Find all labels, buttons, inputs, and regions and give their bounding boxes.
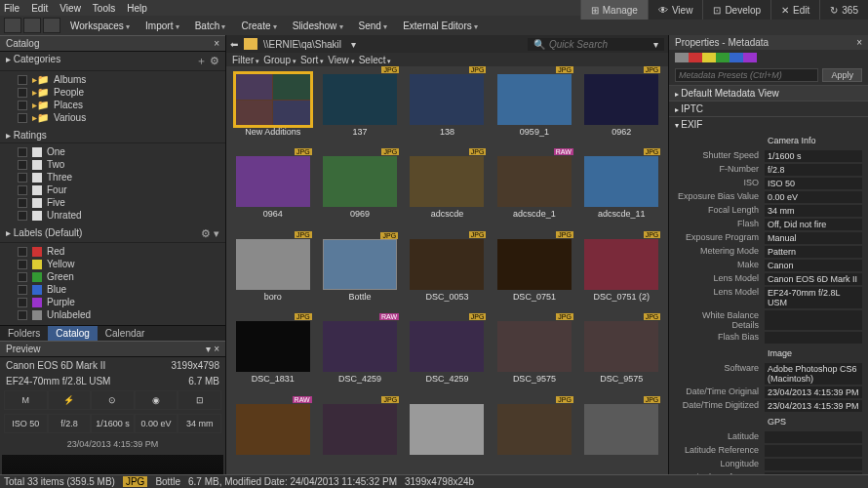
thumbnail[interactable]: RAWDSC_4259	[321, 321, 398, 393]
label-item[interactable]: Purple	[0, 296, 225, 308]
label-swatch[interactable]	[716, 53, 730, 62]
meta-value[interactable]	[765, 445, 862, 457]
back-icon[interactable]: ⬅	[230, 39, 238, 50]
meta-value[interactable]: EF24-70mm f/2.8L USM	[765, 287, 862, 308]
menu-edit[interactable]: Edit	[31, 3, 48, 14]
menu-file[interactable]: File	[4, 3, 20, 14]
thumbnail[interactable]: JPG0962	[583, 74, 660, 146]
meta-value[interactable]	[765, 459, 862, 470]
label-item[interactable]: Green	[0, 270, 225, 283]
metadata-preset-input[interactable]	[675, 68, 818, 82]
mode-view[interactable]: 👁View	[648, 0, 703, 20]
toolbar-create[interactable]: Create	[233, 19, 284, 33]
gear-icon[interactable]: ⚙ ▾	[201, 227, 219, 240]
thumbnail[interactable]: JPGadcscde	[409, 156, 486, 228]
tool-icon[interactable]	[23, 18, 41, 33]
iptc-section[interactable]: IPTC	[669, 101, 868, 116]
mode-develop[interactable]: ⊡Develop	[702, 0, 770, 20]
toolbar-workspaces[interactable]: Workspaces	[62, 19, 138, 33]
meta-value[interactable]: Canon EOS 6D Mark II	[765, 273, 862, 285]
thumbnail[interactable]: JPG0964	[234, 156, 311, 228]
thumbnail[interactable]: JPG0969	[321, 156, 398, 228]
meta-value[interactable]: 1/1600 s	[765, 150, 862, 162]
rating-item[interactable]: One	[0, 145, 225, 158]
meta-value[interactable]: Off, Did not fire	[765, 219, 862, 230]
label-swatch[interactable]	[675, 53, 689, 62]
label-item[interactable]: Unlabeled	[0, 308, 225, 321]
thumbnail[interactable]: JPG137	[321, 74, 398, 146]
chevron-down-icon[interactable]: ▾	[653, 39, 658, 50]
meta-value[interactable]: 34 mm	[765, 205, 862, 217]
toolbar-batch[interactable]: Batch	[187, 19, 234, 33]
meta-value[interactable]	[765, 332, 862, 344]
meta-value[interactable]: Pattern	[765, 246, 862, 258]
thumbnail[interactable]: JPGBottle	[321, 239, 398, 311]
label-swatch[interactable]	[689, 53, 702, 62]
tab-folders[interactable]: Folders	[0, 326, 48, 341]
apply-button[interactable]: Apply	[822, 68, 862, 82]
rating-item[interactable]: Unrated	[0, 209, 225, 222]
toolbar-import[interactable]: Import	[138, 19, 187, 33]
meta-value[interactable]: f/2.8	[765, 164, 862, 176]
toolbar-external-editors[interactable]: External Editors	[395, 19, 486, 33]
label-item[interactable]: Red	[0, 245, 225, 258]
label-item[interactable]: Blue	[0, 283, 225, 296]
rating-item[interactable]: Four	[0, 183, 225, 196]
label-item[interactable]: Yellow	[0, 258, 225, 270]
thumbnail[interactable]: JPG	[321, 404, 398, 467]
thumbnail[interactable]: JPGboro	[234, 239, 311, 311]
default-view[interactable]: Default Metadata View	[669, 85, 868, 101]
rating-item[interactable]: Three	[0, 171, 225, 183]
thumbnail[interactable]: JPGDSC_0751 (2)	[583, 239, 660, 311]
filter-group[interactable]: Group	[263, 55, 296, 65]
filter-filter[interactable]: Filter	[232, 55, 259, 65]
thumbnail[interactable]: JPGDSC_0053	[409, 239, 486, 311]
rating-item[interactable]: Two	[0, 158, 225, 171]
meta-value[interactable]: 23/04/2013 4:15:39 PM	[765, 400, 862, 412]
thumbnail[interactable]: New Additions	[234, 74, 311, 146]
path-text[interactable]: \\ERNIE\qa\Shakil	[263, 39, 341, 50]
menu-view[interactable]: View	[59, 3, 81, 14]
labels-header[interactable]: ▸ Labels (Default)⚙ ▾	[0, 225, 225, 243]
close-icon[interactable]: ×	[856, 37, 862, 48]
meta-value[interactable]: 23/04/2013 4:15:39 PM	[765, 386, 862, 398]
meta-value[interactable]: Adobe Photoshop CS6 (Macintosh)	[765, 363, 862, 385]
categories-header[interactable]: ▸ Categories＋ ⚙	[0, 52, 225, 71]
meta-value[interactable]: Manual	[765, 232, 862, 244]
menu-help[interactable]: Help	[127, 3, 147, 14]
mode-manage[interactable]: ⊞Manage	[580, 0, 648, 20]
filter-view[interactable]: View	[328, 55, 354, 65]
catalog-header[interactable]: Catalog×	[0, 35, 225, 52]
thumbnail[interactable]: JPG0959_1	[495, 74, 572, 146]
label-swatch[interactable]	[743, 53, 757, 62]
thumbnail[interactable]	[409, 404, 486, 467]
thumbnail[interactable]: JPG	[495, 404, 572, 467]
exif-section[interactable]: EXIF	[669, 116, 868, 132]
mode-365[interactable]: ↻365	[819, 0, 868, 20]
tool-icon[interactable]	[4, 18, 21, 33]
expand-icon[interactable]: ▾ ×	[206, 344, 219, 354]
thumbnail[interactable]: JPGDSC_1831	[234, 321, 311, 393]
category-item[interactable]: ▸📁Places	[0, 99, 225, 111]
label-swatch[interactable]	[702, 53, 716, 62]
thumbnail[interactable]: JPG	[583, 404, 660, 467]
thumbnail[interactable]: JPG138	[409, 74, 486, 146]
meta-value[interactable]	[765, 310, 862, 330]
label-swatch[interactable]	[730, 53, 743, 62]
thumbnail[interactable]: JPGDSC_0751	[495, 239, 572, 311]
filter-sort[interactable]: Sort	[300, 55, 324, 65]
ratings-header[interactable]: ▸ Ratings	[0, 128, 225, 143]
category-item[interactable]: ▸📁People	[0, 86, 225, 99]
search-box[interactable]: 🔍 Quick Search ▾	[528, 38, 664, 51]
thumbnail[interactable]: JPGDSC_9575	[583, 321, 660, 393]
category-item[interactable]: ▸📁Various	[0, 111, 225, 124]
tool-icon[interactable]	[43, 18, 60, 33]
thumbnail[interactable]: RAW	[234, 404, 311, 467]
meta-value[interactable]	[765, 431, 862, 443]
menu-tools[interactable]: Tools	[93, 3, 115, 14]
preview-header[interactable]: Preview▾ ×	[0, 341, 225, 357]
mode-edit[interactable]: ✕Edit	[770, 0, 819, 20]
tab-calendar[interactable]: Calendar	[98, 326, 153, 341]
add-icon[interactable]: ＋ ⚙	[196, 54, 219, 68]
toolbar-slideshow[interactable]: Slideshow	[285, 19, 351, 33]
